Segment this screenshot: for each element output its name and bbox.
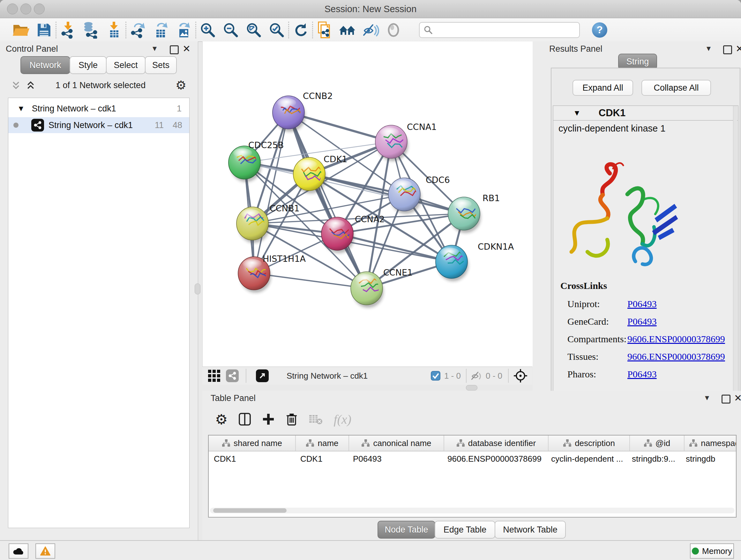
- zoom-out-icon[interactable]: [219, 20, 242, 40]
- tab-style[interactable]: Style: [70, 56, 107, 74]
- save-session-icon[interactable]: [32, 20, 56, 40]
- node-table-header[interactable]: shared namenamecanonical namedatabase id…: [209, 435, 737, 451]
- network-node-cdk1[interactable]: [293, 158, 327, 193]
- memory-button[interactable]: Memory: [690, 543, 734, 559]
- control-panel-float-icon[interactable]: ▾: [152, 44, 157, 53]
- column-header-database-identifier[interactable]: database identifier: [444, 435, 549, 451]
- results-panel-close-icon[interactable]: ✕: [736, 43, 741, 54]
- network-node-rb1[interactable]: [448, 197, 484, 233]
- expand-all-button[interactable]: Expand All: [572, 80, 633, 96]
- import-network-file-icon[interactable]: [57, 20, 79, 40]
- export-image-icon[interactable]: [172, 20, 195, 40]
- network-node-cdc25b[interactable]: [228, 146, 265, 182]
- tab-node-table[interactable]: Node Table: [378, 521, 435, 539]
- results-panel-maximize-icon[interactable]: [723, 45, 732, 54]
- collapse-all-button[interactable]: Collapse All: [642, 80, 711, 96]
- table-cell[interactable]: stringdb:9...: [627, 451, 681, 466]
- help-icon[interactable]: ?: [592, 22, 607, 38]
- network-node-ccnb2[interactable]: [273, 96, 306, 132]
- table-cell[interactable]: cyclin-dependent ...: [546, 451, 627, 466]
- network-view-canvas[interactable]: CCNB2CCNA1CDC25BCDK1CDC6RB1CCNB1CCNA2CDK…: [202, 42, 533, 367]
- network-options-gear-icon[interactable]: ⚙: [176, 78, 186, 92]
- zoom-fit-icon[interactable]: [242, 20, 265, 40]
- show-columns-icon[interactable]: [239, 413, 251, 426]
- delete-column-icon[interactable]: [286, 413, 298, 426]
- tree-collapse-caret-icon[interactable]: ▼: [17, 104, 25, 113]
- crosslink-link[interactable]: P06493: [627, 369, 657, 380]
- column-header--id[interactable]: @id: [630, 435, 684, 451]
- table-cell[interactable]: CDK1: [209, 451, 295, 466]
- table-h-scrollbar-thumb[interactable]: [213, 508, 286, 513]
- node-table-row[interactable]: CDK1CDK1P064939606.ENSP00000378699cyclin…: [209, 451, 737, 466]
- tab-sets[interactable]: Sets: [145, 56, 177, 74]
- column-header-namespace[interactable]: namespace: [684, 435, 737, 451]
- tab-network-table[interactable]: Network Table: [495, 521, 566, 539]
- table-options-gear-icon[interactable]: ⚙: [215, 411, 227, 428]
- collapse-all-icon[interactable]: [11, 80, 21, 90]
- table-h-scrollbar[interactable]: [210, 508, 735, 513]
- column-header-description[interactable]: description: [549, 435, 630, 451]
- network-node-ccna1[interactable]: [375, 125, 409, 161]
- zoom-in-icon[interactable]: [196, 20, 219, 40]
- control-panel-maximize-icon[interactable]: [170, 45, 179, 54]
- node-table[interactable]: shared namenamecanonical namedatabase id…: [208, 435, 737, 517]
- crosslink-link[interactable]: P06493: [627, 316, 657, 327]
- crosslink-link[interactable]: P06493: [627, 299, 657, 309]
- table-cell[interactable]: 9606.ENSP00000378699: [442, 451, 546, 466]
- left-splitter-handle[interactable]: [195, 284, 200, 294]
- network-row-selected[interactable]: String Network – cdk1 11 48: [8, 117, 189, 133]
- cloud-icon: [13, 547, 24, 555]
- detach-view-icon[interactable]: [256, 369, 269, 382]
- import-network-database-icon[interactable]: [79, 20, 103, 40]
- table-panel-maximize-icon[interactable]: [722, 395, 731, 403]
- grid-view-icon[interactable]: [207, 369, 221, 382]
- string-network-graph[interactable]: CCNB2CCNA1CDC25BCDK1CDC6RB1CCNB1CCNA2CDK…: [203, 42, 533, 367]
- cdk1-section-header[interactable]: ▼ CDK1: [553, 106, 738, 121]
- warning-status-button[interactable]: [36, 543, 55, 559]
- table-cell[interactable]: CDK1: [295, 451, 348, 466]
- network-edge[interactable]: [254, 273, 367, 288]
- bottom-splitter-handle[interactable]: [466, 385, 477, 390]
- show-eye-icon[interactable]: [382, 20, 405, 40]
- delete-table-icon[interactable]: [309, 413, 323, 425]
- table-cell[interactable]: P06493: [348, 451, 442, 466]
- home-icon[interactable]: [336, 20, 359, 40]
- tab-select[interactable]: Select: [106, 56, 145, 74]
- export-table-icon[interactable]: [149, 20, 172, 40]
- section-collapse-caret-icon[interactable]: ▼: [573, 109, 581, 118]
- column-header-name[interactable]: name: [296, 435, 349, 451]
- tab-network[interactable]: Network: [20, 56, 70, 74]
- open-file-icon[interactable]: [10, 20, 32, 40]
- add-column-icon[interactable]: [262, 413, 275, 426]
- cloud-status-button[interactable]: [9, 543, 28, 559]
- string-network-badge-icon[interactable]: [226, 369, 239, 382]
- refresh-icon[interactable]: [289, 20, 312, 40]
- selected-checkbox-icon[interactable]: [431, 371, 441, 381]
- crosslink-link[interactable]: 9606.ENSP00000378699: [627, 351, 725, 362]
- function-builder-icon[interactable]: f(x): [333, 412, 351, 427]
- results-scrollbar[interactable]: [733, 106, 737, 395]
- column-header-canonical-name[interactable]: canonical name: [349, 435, 444, 451]
- hide-glasses-icon[interactable]: [359, 20, 382, 40]
- results-panel-float-icon[interactable]: ▾: [706, 44, 711, 53]
- export-network-icon[interactable]: [126, 20, 149, 40]
- table-panel-close-icon[interactable]: ✕: [734, 392, 741, 403]
- search-field[interactable]: [419, 22, 580, 38]
- control-panel-close-icon[interactable]: ✕: [183, 43, 191, 54]
- share-document-icon[interactable]: [313, 20, 336, 40]
- table-cell[interactable]: stringdb: [681, 451, 737, 466]
- column-header-shared-name[interactable]: shared name: [209, 435, 296, 451]
- table-panel-float-icon[interactable]: ▾: [705, 393, 709, 402]
- zoom-selected-icon[interactable]: [265, 20, 288, 40]
- tab-edge-table[interactable]: Edge Table: [434, 521, 495, 539]
- network-node-cdkn1a[interactable]: [435, 245, 471, 281]
- search-input[interactable]: [435, 24, 574, 35]
- table-panel: Table Panel ▾ ✕ ⚙ f(x) shared namenameca…: [202, 391, 741, 540]
- tab-string[interactable]: String: [618, 54, 657, 70]
- network-node-cdc6[interactable]: [388, 178, 422, 214]
- crosslink-link[interactable]: 9606.ENSP00000378699: [627, 334, 725, 345]
- birds-eye-crosshair-icon[interactable]: [513, 368, 528, 383]
- import-table-file-icon[interactable]: [103, 20, 125, 40]
- expand-all-icon[interactable]: [25, 80, 36, 90]
- network-collection-row[interactable]: ▼ String Network – cdk1 1: [8, 101, 189, 117]
